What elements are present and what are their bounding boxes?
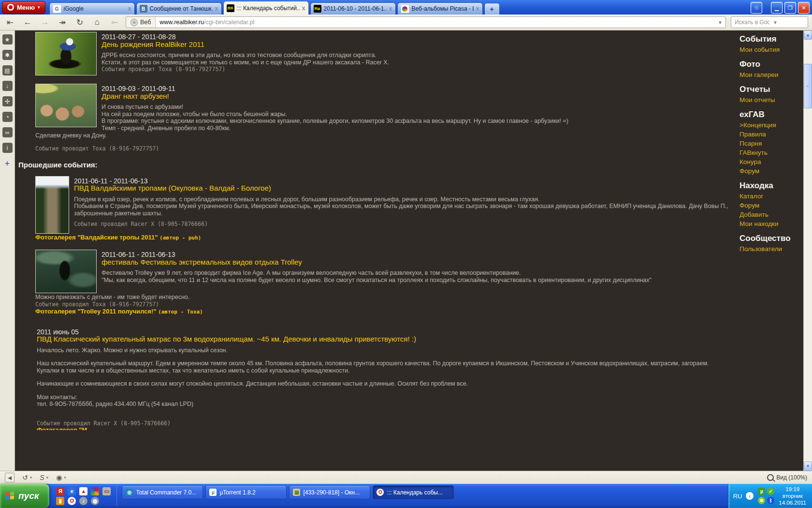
kaspersky-icon[interactable]: ✻ <box>758 497 765 504</box>
close-tab-icon[interactable]: x <box>476 5 479 12</box>
photo-gallery-link[interactable]: Фотогалерея "Валдайские тропы 2011" (авт… <box>35 234 734 242</box>
sidebar-link-my-reports[interactable]: Мои отчеты <box>740 95 800 105</box>
event-photo-thumbnail[interactable] <box>35 250 97 293</box>
vertical-scrollbar[interactable]: ▲ ≡ ▼ <box>803 30 812 471</box>
scroll-down-icon[interactable]: ▼ <box>804 462 812 471</box>
taskbar-button-utorrent[interactable]: µ µTorrent 1.8.2 <box>205 485 287 499</box>
links-icon[interactable]: ∞ <box>2 127 13 137</box>
panel-toggle-icon[interactable]: ◀ <box>5 473 14 482</box>
sidebar-link-add[interactable]: Добавить <box>740 210 800 219</box>
sidebar-link-gavknut[interactable]: ГАВкнуть <box>740 148 800 157</box>
sidebar-link-my-galleries[interactable]: Мои галереи <box>740 70 800 79</box>
pixel-app-icon[interactable]: Я <box>56 487 64 495</box>
clock[interactable]: 19:19 вторник 14.06.2011 <box>779 486 806 506</box>
closed-tabs-trash-icon[interactable]: ♲ <box>751 2 762 14</box>
photo-gallery-link-clipped[interactable]: Фотогалерея "М <box>37 427 734 430</box>
bookmarks-icon[interactable]: ★ <box>2 34 13 45</box>
photo-gallery-link[interactable]: Фотогалерея "Trolley 2011 получился!" (а… <box>35 308 734 316</box>
reload-button[interactable]: ↻ <box>73 17 86 28</box>
home-button[interactable]: ⌂ <box>91 17 103 27</box>
event-title-link[interactable]: ПВД Валдайскими тропами (Окуловка - Валд… <box>74 185 734 192</box>
tab-picasa[interactable]: Веб-альбомы Picasa - L... x <box>397 2 483 15</box>
antivirus-check-icon[interactable]: ✓ <box>767 488 774 495</box>
address-bar[interactable]: ⊕ Веб www.realbiker.ru/cgi-bin/calendar.… <box>126 16 726 28</box>
sidebar-link-users[interactable]: Пользователи <box>740 244 800 254</box>
event-title-link[interactable]: фестиваль Фестиваль экстремальных видов … <box>102 259 652 266</box>
dropdown-icon[interactable]: ▾ <box>64 475 66 480</box>
globe-icon[interactable]: ◍ <box>91 497 99 505</box>
sidebar-link-psarnya[interactable]: Псарня <box>740 139 800 148</box>
rewind-button[interactable]: ⇤ <box>4 17 16 28</box>
notes-icon[interactable]: ▤ <box>2 65 13 75</box>
new-tab-button[interactable]: + <box>484 3 500 15</box>
dropdown-icon[interactable]: ▾ <box>30 475 32 480</box>
event-photo-thumbnail[interactable] <box>35 176 69 234</box>
event-text: "Мы, как всегда, обещаем, что 11 и 12 чи… <box>102 277 652 284</box>
utorrent-tray-icon[interactable]: µ <box>758 488 765 495</box>
address-dropdown-icon[interactable]: ▼ <box>715 20 725 25</box>
info-icon[interactable]: i <box>2 143 13 153</box>
event-title-link[interactable]: ПВД Классический купательный матрас по 3… <box>37 336 734 343</box>
unite-icon[interactable]: ✣ <box>2 96 13 106</box>
minimize-button[interactable]: ▁ <box>771 2 783 14</box>
add-panel-icon[interactable]: + <box>2 158 13 168</box>
language-indicator[interactable]: RU <box>733 493 742 500</box>
event-title-link[interactable]: День рождения RealBiker 2011 <box>102 41 389 48</box>
sidebar-link-concept[interactable]: >Концепция <box>740 120 800 130</box>
fast-forward-button[interactable]: ↠ <box>56 17 69 28</box>
opera-menu-button[interactable]: Меню ▾ <box>2 1 45 14</box>
sidebar-link-rules[interactable]: Правила <box>740 130 800 139</box>
key-icon[interactable]: ⊸ <box>108 17 121 28</box>
taskbar-button-calendar-active[interactable]: O ::: Календарь собы... <box>373 485 454 499</box>
turbo-icon[interactable]: ◉ <box>56 474 62 481</box>
bluetooth-icon[interactable]: ᛒ <box>767 497 774 504</box>
back-button[interactable]: ← <box>21 17 34 27</box>
event-photo-thumbnail[interactable] <box>35 84 97 127</box>
opera-link-icon[interactable]: S <box>40 474 44 481</box>
tab-vk-message[interactable]: B Сообщение от Танюшк... x <box>136 2 222 15</box>
up-arrow-icon[interactable]: ▲ <box>79 487 87 495</box>
close-tab-icon[interactable]: x <box>128 5 131 12</box>
scrollbar-track[interactable]: ≡ <box>804 40 812 462</box>
drive-icon[interactable]: ▭ <box>102 487 111 495</box>
zoom-control[interactable]: Вид (100%) <box>767 474 807 481</box>
sidebar-link-konura[interactable]: Конура <box>740 157 800 166</box>
close-tab-icon[interactable]: x <box>302 5 305 12</box>
sync-icon[interactable]: ↺ <box>22 474 28 481</box>
downloads-icon[interactable]: ↓ <box>2 81 13 91</box>
close-button[interactable]: ✕ <box>798 2 810 14</box>
sidebar-link-forum2[interactable]: Форум <box>740 201 800 210</box>
event-photo-thumbnail[interactable] <box>35 32 97 75</box>
search-input[interactable]: Искать в Google ▼ <box>731 16 808 28</box>
window-controls: ♲ ▁ ❐ ✕ <box>751 2 810 14</box>
tab-event-2011-06-10[interactable]: RB 2011-06-10 - 2011-06-1... x <box>310 2 396 15</box>
tab-calendar-active[interactable]: RB ::: Календарь событий... x <box>223 1 309 15</box>
sidebar-link-my-finds[interactable]: Мои находки <box>740 219 800 228</box>
scrollbar-thumb[interactable]: ≡ <box>804 64 812 108</box>
event-title-link[interactable]: Дранг нахт арбузен! <box>102 93 568 100</box>
close-tab-icon[interactable]: x <box>389 5 392 12</box>
opera-icon[interactable]: O <box>68 497 76 505</box>
restore-button[interactable]: ❐ <box>784 2 796 14</box>
itunes-icon[interactable]: ♪ <box>79 497 87 505</box>
url-text[interactable]: www.realbiker.ru/cgi-bin/calendar.pl <box>156 19 715 26</box>
hide-icons-icon[interactable]: ‹ <box>746 492 754 500</box>
sidebar-link-my-events[interactable]: Мои события <box>740 45 800 54</box>
start-button[interactable]: пуск <box>0 484 49 508</box>
book-icon[interactable]: ▮ <box>56 497 64 505</box>
ie-icon[interactable]: e <box>68 487 76 495</box>
sidebar-link-forum[interactable]: Форум <box>740 166 800 176</box>
tab-igoogle[interactable]: G iGoogle x <box>49 2 135 15</box>
search-engine-dropdown-icon[interactable]: ▼ <box>769 20 808 25</box>
close-tab-icon[interactable]: x <box>215 5 218 12</box>
history-icon[interactable]: ◔ <box>2 112 13 122</box>
address-mode-badge[interactable]: ⊕ Веб <box>126 17 156 28</box>
dropdown-icon[interactable]: ▾ <box>46 475 49 480</box>
widgets-icon[interactable]: ✱ <box>2 50 13 60</box>
forward-button[interactable]: → <box>39 17 51 27</box>
picasa-icon[interactable] <box>91 487 99 495</box>
taskbar-button-total-commander[interactable]: ◎ Total Commander 7.0... <box>122 485 203 499</box>
sidebar-link-catalog[interactable]: Каталог <box>740 192 800 201</box>
scroll-up-icon[interactable]: ▲ <box>804 30 812 40</box>
taskbar-button-messenger[interactable]: ▤ [433-290-818] - Окн... <box>289 485 370 499</box>
